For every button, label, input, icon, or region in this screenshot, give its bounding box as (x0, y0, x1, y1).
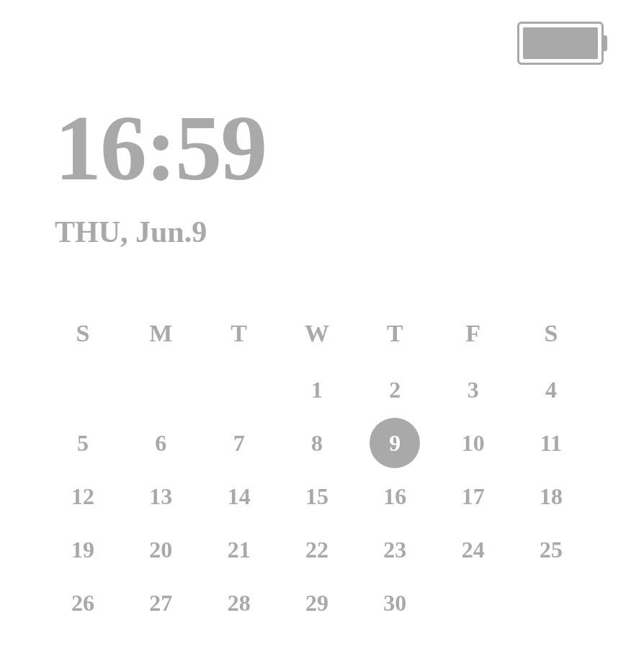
calendar-day-12[interactable]: 12 (50, 483, 115, 509)
calendar-day-13[interactable]: 13 (128, 483, 193, 509)
calendar-day-29[interactable]: 29 (285, 590, 349, 616)
battery-indicator (517, 22, 609, 66)
clock-widget: 16:59 THU, Jun.9 (55, 101, 266, 249)
calendar-day-9-today[interactable]: 9 (362, 430, 427, 456)
calendar-day-7[interactable]: 7 (207, 430, 272, 456)
calendar-day-21[interactable]: 21 (207, 537, 272, 563)
calendar-day-26[interactable]: 26 (50, 590, 115, 616)
calendar-day-5[interactable]: 5 (50, 430, 115, 456)
calendar-week-2: 5 6 7 8 9 10 11 (50, 430, 583, 456)
calendar-day-20[interactable]: 20 (128, 537, 193, 563)
calendar-header-mon: M (128, 321, 193, 346)
calendar-day-25[interactable]: 25 (519, 537, 583, 563)
calendar-day-23[interactable]: 23 (362, 537, 427, 563)
calendar-week-1: 1 2 3 4 (50, 377, 583, 403)
calendar-header-fri: F (441, 321, 506, 346)
calendar-header-row: S M T W T F S (50, 321, 583, 346)
calendar-day-17[interactable]: 17 (441, 483, 506, 509)
calendar-week-5: 26 27 28 29 30 (50, 590, 583, 616)
calendar-day-4[interactable]: 4 (519, 377, 583, 403)
calendar-day-8[interactable]: 8 (285, 430, 349, 456)
calendar-day-30[interactable]: 30 (362, 590, 427, 616)
calendar-week-3: 12 13 14 15 16 17 18 (50, 483, 583, 509)
calendar-day-11[interactable]: 11 (519, 430, 583, 456)
calendar-day-24[interactable]: 24 (441, 537, 506, 563)
calendar-widget: S M T W T F S 1 2 3 4 5 6 7 8 9 10 11 12… (50, 321, 583, 643)
calendar-day-14[interactable]: 14 (207, 483, 272, 509)
calendar-header-tue: T (207, 321, 272, 346)
calendar-day-19[interactable]: 19 (50, 537, 115, 563)
calendar-day-18[interactable]: 18 (519, 483, 583, 509)
calendar-day-22[interactable]: 22 (285, 537, 349, 563)
calendar-header-sun: S (50, 321, 115, 346)
calendar-header-wed: W (285, 321, 349, 346)
battery-fill (523, 27, 598, 59)
calendar-day-16[interactable]: 16 (362, 483, 427, 509)
calendar-day-2[interactable]: 2 (362, 377, 427, 403)
calendar-day-10[interactable]: 10 (441, 430, 506, 456)
clock-date: THU, Jun.9 (55, 215, 266, 249)
calendar-day-1[interactable]: 1 (285, 377, 349, 403)
calendar-week-4: 19 20 21 22 23 24 25 (50, 537, 583, 563)
calendar-day-3[interactable]: 3 (441, 377, 506, 403)
calendar-day-15[interactable]: 15 (285, 483, 349, 509)
battery-icon (517, 22, 604, 65)
calendar-header-sat: S (519, 321, 583, 346)
calendar-day-28[interactable]: 28 (207, 590, 272, 616)
clock-time: 16:59 (55, 101, 266, 194)
calendar-header-thu: T (362, 321, 427, 346)
calendar-day-6[interactable]: 6 (128, 430, 193, 456)
battery-tip-icon (603, 35, 607, 51)
calendar-day-27[interactable]: 27 (128, 590, 193, 616)
